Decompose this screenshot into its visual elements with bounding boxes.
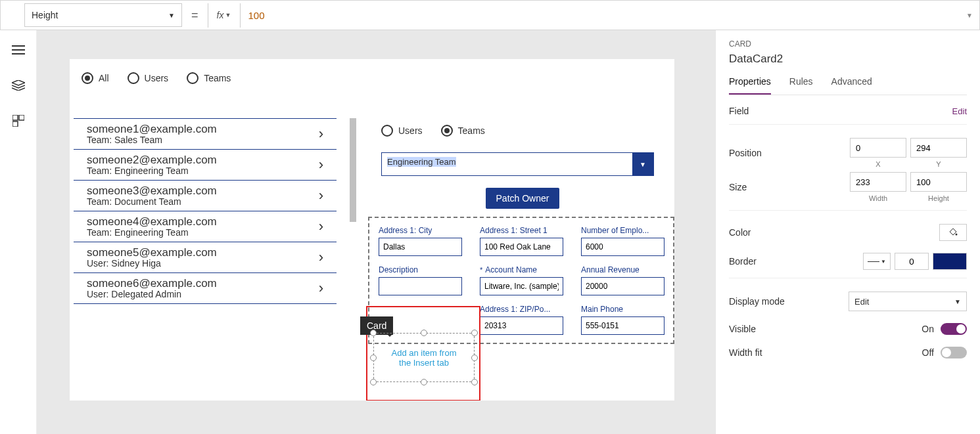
field-input[interactable]: [581, 277, 665, 295]
chevron-right-icon: ›: [319, 125, 323, 142]
field-input[interactable]: [480, 277, 563, 295]
chevron-right-icon: ›: [319, 249, 323, 266]
field-label: Address 1: City: [379, 226, 471, 235]
field-label: Number of Emplo...: [581, 226, 673, 235]
row-subtitle: Team: Engineering Team: [87, 227, 217, 238]
color-picker[interactable]: [939, 224, 967, 241]
formula-input[interactable]: [241, 3, 960, 28]
edit-fields-link[interactable]: Edit: [952, 106, 967, 116]
field-label: *Account Name: [480, 265, 572, 274]
control-name: DataCard2: [729, 53, 967, 66]
chevron-down-icon: ▼: [168, 12, 175, 19]
field-label: Annual Revenue: [581, 265, 673, 274]
svg-rect-4: [12, 115, 18, 120]
resize-handle[interactable]: [471, 330, 478, 336]
height-input[interactable]: [910, 172, 967, 192]
field-label: Address 1: ZIP/Po...: [480, 305, 572, 314]
field-input[interactable]: [379, 238, 462, 256]
field-label: Description: [379, 265, 471, 274]
form-field: Address 1: City: [379, 226, 471, 256]
border-style-picker[interactable]: ▼: [863, 253, 891, 270]
radio-teams-2[interactable]: Teams: [441, 125, 485, 137]
selected-datacard[interactable]: Card Add an item from the Insert tab: [359, 310, 477, 395]
field-label: Main Phone: [581, 305, 673, 314]
scrollbar[interactable]: [350, 118, 356, 222]
row-subtitle: User: Sidney Higa: [87, 258, 217, 269]
gallery-row[interactable]: someone1@example.comTeam: Sales Team›: [74, 118, 337, 150]
field-input[interactable]: [581, 316, 665, 335]
patch-owner-button[interactable]: Patch Owner: [486, 188, 560, 209]
row-subtitle: Team: Engineering Team: [87, 165, 217, 176]
panel-tabs: Properties Rules Advanced: [729, 72, 967, 95]
left-toolbar: [0, 30, 37, 434]
owner-type-radios: Users Teams: [381, 125, 664, 137]
row-title: someone3@example.com: [87, 184, 217, 198]
component-icon[interactable]: [12, 114, 25, 127]
width-input[interactable]: [850, 172, 906, 192]
position-y-input[interactable]: [910, 138, 967, 158]
form-field: Annual Revenue: [581, 265, 673, 295]
app-preview[interactable]: All Users Teams someone1@example.comTeam…: [70, 59, 674, 401]
gallery-row[interactable]: someone6@example.comUser: Delegated Admi…: [74, 273, 337, 304]
tab-advanced[interactable]: Advanced: [831, 72, 872, 95]
gallery-row[interactable]: someone3@example.comTeam: Document Team›: [74, 181, 337, 211]
field-label: Address 1: Street 1: [480, 226, 572, 235]
field-input[interactable]: [480, 238, 563, 256]
expand-formula-icon[interactable]: ▼: [960, 3, 979, 28]
gallery-row[interactable]: someone2@example.comTeam: Engineering Te…: [74, 150, 337, 181]
datacard-empty-prompt[interactable]: Add an item from the Insert tab: [373, 333, 475, 382]
border-color-picker[interactable]: [933, 253, 967, 270]
resize-handle[interactable]: [370, 355, 377, 361]
chevron-down-icon: ▼: [632, 153, 653, 175]
form-field: Main Phone: [581, 305, 673, 335]
selection-tooltip: Card: [360, 316, 393, 335]
row-title: someone6@example.com: [87, 277, 217, 290]
field-input[interactable]: [379, 277, 462, 295]
field-input[interactable]: [581, 238, 665, 256]
border-row: Border ▼: [729, 242, 967, 271]
resize-handle[interactable]: [471, 379, 478, 385]
chevron-right-icon: ›: [319, 156, 323, 173]
svg-rect-6: [12, 121, 18, 127]
gallery-row[interactable]: someone5@example.comUser: Sidney Higa›: [74, 242, 337, 273]
border-width-input[interactable]: [895, 253, 929, 270]
resize-handle[interactable]: [471, 355, 478, 361]
fx-button[interactable]: fx ▼: [208, 3, 241, 28]
row-subtitle: Team: Document Team: [87, 196, 217, 207]
chevron-right-icon: ›: [319, 280, 323, 297]
visible-row: Visible On: [729, 313, 967, 336]
position-x-input[interactable]: [850, 138, 906, 158]
hamburger-icon[interactable]: [12, 43, 25, 56]
tab-properties[interactable]: Properties: [729, 72, 771, 95]
display-mode-select[interactable]: Edit ▼: [849, 292, 967, 311]
control-type-label: CARD: [729, 39, 967, 49]
edit-form[interactable]: Address 1: CityAddress 1: Street 1Number…: [368, 217, 674, 344]
layers-icon[interactable]: [12, 79, 25, 92]
row-title: someone4@example.com: [87, 215, 217, 228]
width-fit-toggle[interactable]: [941, 347, 967, 358]
visible-toggle[interactable]: [941, 323, 967, 335]
row-title: someone5@example.com: [87, 246, 217, 259]
tab-rules[interactable]: Rules: [789, 72, 813, 95]
gallery[interactable]: someone1@example.comTeam: Sales Team›som…: [70, 118, 356, 381]
radio-all[interactable]: All: [82, 72, 109, 84]
team-combobox[interactable]: Engineering Team ▼: [381, 152, 654, 176]
fill-icon: [948, 228, 958, 237]
chevron-right-icon: ›: [319, 187, 323, 204]
resize-handle[interactable]: [370, 379, 377, 385]
gallery-row[interactable]: someone4@example.comTeam: Engineering Te…: [74, 211, 337, 242]
fx-icon: fx: [217, 10, 224, 20]
canvas[interactable]: All Users Teams someone1@example.comTeam…: [37, 30, 715, 434]
radio-users[interactable]: Users: [128, 72, 169, 84]
resize-handle[interactable]: [421, 330, 427, 336]
equals-sign: =: [191, 9, 198, 22]
form-field: Description: [379, 265, 471, 295]
right-column: Users Teams Engineering Team ▼ Patch Own…: [381, 125, 664, 218]
resize-handle[interactable]: [421, 379, 427, 385]
top-filter-radios: All Users Teams: [70, 59, 674, 104]
resize-handle[interactable]: [370, 330, 377, 336]
property-selector[interactable]: Height ▼: [24, 3, 182, 27]
field-input[interactable]: [480, 316, 563, 335]
radio-users-2[interactable]: Users: [381, 125, 423, 137]
radio-teams[interactable]: Teams: [187, 72, 231, 84]
